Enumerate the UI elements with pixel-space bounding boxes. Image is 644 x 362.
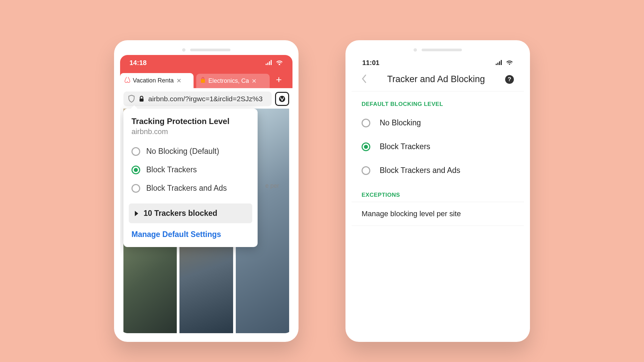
- screen-left: 14:18 Vacation Renta ✕: [120, 55, 292, 333]
- radio-label: No Blocking (Default): [146, 147, 219, 156]
- radio-block-trackers[interactable]: Block Trackers: [352, 135, 524, 159]
- camera-dot-icon: [182, 48, 185, 52]
- radio-block-trackers-ads[interactable]: Block Trackers and Ads: [352, 159, 524, 182]
- svg-rect-0: [266, 64, 267, 65]
- radio-icon: [131, 166, 140, 174]
- svg-rect-1: [267, 63, 268, 65]
- radio-no-blocking[interactable]: No Blocking: [352, 111, 524, 135]
- svg-rect-8: [496, 64, 497, 65]
- wifi-icon: [506, 59, 513, 67]
- tab-active-title: Vacation Renta: [133, 77, 174, 84]
- radio-icon: [131, 184, 140, 193]
- svg-rect-11: [501, 60, 502, 65]
- status-time: 11:01: [362, 59, 379, 67]
- help-button[interactable]: ?: [505, 75, 514, 84]
- popover-site: airbnb.com: [123, 127, 258, 142]
- trackers-blocked-row[interactable]: 10 Trackers blocked: [129, 203, 252, 223]
- back-button[interactable]: [362, 74, 367, 84]
- manage-per-site-row[interactable]: Manage blocking level per site: [352, 202, 524, 226]
- phone-right: 11:01 Tracker and Ad Blocking ? DEFAULT …: [345, 40, 530, 342]
- status-icons: [496, 59, 513, 67]
- address-bar: airbnb.com/?irgwc=1&irclid=2SJz%3: [120, 88, 292, 110]
- radio-label: No Blocking: [380, 118, 421, 127]
- speaker-slot-icon: [190, 49, 230, 51]
- device-notch: [120, 46, 292, 55]
- tracking-popover: Tracking Protection Level airbnb.com No …: [123, 109, 258, 247]
- manage-default-settings-link[interactable]: Manage Default Settings: [123, 223, 258, 240]
- radio-icon: [362, 119, 370, 127]
- address-url: airbnb.com/?irgwc=1&irclid=2SJz%3: [148, 95, 263, 103]
- camera-dot-icon: [414, 48, 417, 52]
- address-field[interactable]: airbnb.com/?irgwc=1&irclid=2SJz%3: [123, 92, 272, 106]
- tab-active[interactable]: Vacation Renta ✕: [120, 73, 194, 88]
- status-time: 14:18: [129, 59, 147, 67]
- radio-icon: [131, 147, 140, 156]
- wifi-icon: [276, 59, 283, 67]
- shopping-icon: [200, 77, 206, 85]
- svg-rect-10: [499, 61, 500, 65]
- settings-title-bar: Tracker and Ad Blocking ?: [352, 71, 524, 92]
- speaker-slot-icon: [422, 49, 462, 51]
- vivaldi-menu-button[interactable]: [275, 92, 289, 106]
- page-title: Tracker and Ad Blocking: [387, 74, 485, 84]
- signal-icon: [496, 59, 502, 67]
- popover-title: Tracking Protection Level: [123, 117, 258, 127]
- svg-rect-9: [497, 63, 498, 65]
- svg-rect-2: [269, 61, 270, 65]
- svg-rect-3: [271, 60, 272, 65]
- svg-rect-5: [201, 79, 205, 83]
- triangle-right-icon: [135, 211, 138, 216]
- svg-point-4: [279, 64, 280, 65]
- tab-bar: Vacation Renta ✕ Electronics, Ca ✕ +: [120, 71, 292, 88]
- airbnb-icon: [124, 76, 130, 85]
- radio-label: Block Trackers: [380, 142, 430, 151]
- lock-icon: [139, 96, 144, 102]
- phone-left: 14:18 Vacation Renta ✕: [114, 40, 299, 342]
- device-notch: [352, 46, 524, 55]
- section-default-blocking-level: DEFAULT BLOCKING LEVEL: [352, 92, 524, 111]
- signal-icon: [266, 59, 272, 67]
- radio-block-trackers[interactable]: Block Trackers: [123, 161, 258, 179]
- status-icons: [266, 59, 283, 67]
- svg-rect-6: [140, 99, 144, 102]
- status-bar: 14:18: [120, 55, 292, 71]
- page-content-fragment: e per: [265, 182, 279, 189]
- radio-label: Block Trackers and Ads: [380, 166, 460, 175]
- screen-right: 11:01 Tracker and Ad Blocking ? DEFAULT …: [352, 55, 524, 333]
- radio-icon: [362, 166, 370, 175]
- radio-block-trackers-ads[interactable]: Block Trackers and Ads: [123, 179, 258, 197]
- trackers-blocked-label: 10 Trackers blocked: [144, 209, 217, 218]
- tab-inactive-title: Electronics, Ca: [208, 77, 249, 84]
- close-icon[interactable]: ✕: [252, 77, 257, 85]
- shield-icon[interactable]: [128, 95, 135, 103]
- close-icon[interactable]: ✕: [176, 77, 181, 84]
- radio-label: Block Trackers and Ads: [146, 184, 227, 193]
- radio-icon: [362, 142, 370, 151]
- radio-label: Block Trackers: [146, 165, 197, 174]
- new-tab-button[interactable]: +: [271, 74, 286, 88]
- radio-no-blocking[interactable]: No Blocking (Default): [123, 142, 258, 161]
- tab-inactive[interactable]: Electronics, Ca ✕: [196, 74, 270, 88]
- svg-point-12: [509, 64, 510, 65]
- status-bar: 11:01: [352, 55, 524, 71]
- section-exceptions: EXCEPTIONS: [352, 182, 524, 202]
